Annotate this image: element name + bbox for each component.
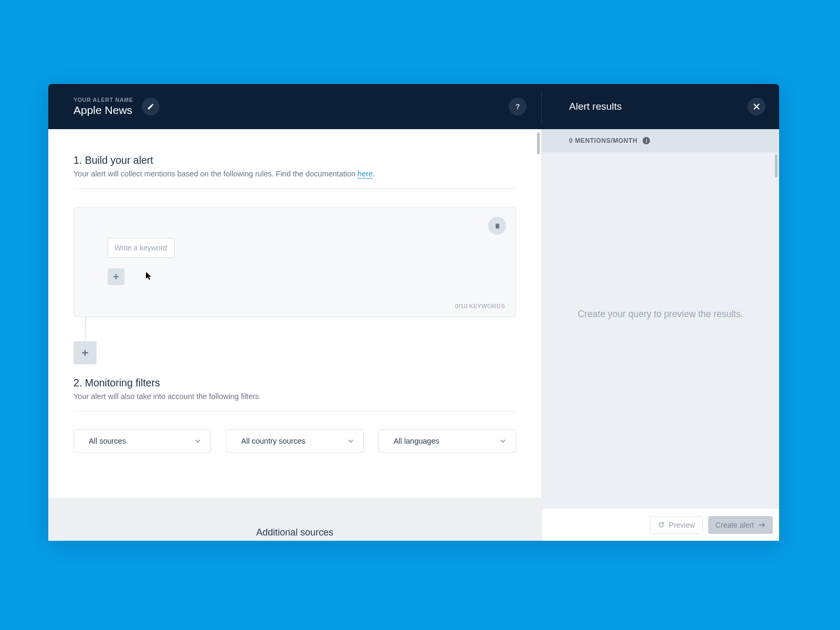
section2-subtitle: Your alert will also take into account t… [74, 392, 516, 401]
additional-sources-title: Additional sources [256, 527, 333, 538]
body: 1. Build your alert Your alert will coll… [48, 129, 779, 541]
chevron-down-icon [500, 438, 506, 444]
section1-divider [74, 188, 516, 189]
main-column: 1. Build your alert Your alert will coll… [48, 129, 541, 541]
main-scrollbar[interactable] [537, 132, 540, 154]
preview-button[interactable]: Preview [650, 516, 703, 534]
chevron-down-icon [195, 438, 201, 444]
keyword-input[interactable] [108, 238, 175, 258]
trash-icon [494, 222, 501, 229]
create-alert-button[interactable]: Create alert [708, 516, 773, 534]
countries-select-label: All country sources [241, 437, 306, 445]
languages-select-label: All languages [394, 437, 439, 445]
section1-subtitle-pre: Your alert will collect mentions based o… [74, 170, 358, 178]
main-scroll: 1. Build your alert Your alert will coll… [48, 129, 541, 453]
filters-row: All sources All country sources All lang… [74, 429, 516, 453]
documentation-link[interactable]: here [358, 170, 373, 178]
results-empty-text: Create your query to preview the results… [578, 307, 743, 321]
alert-name-block: YOUR ALERT NAME Apple News [74, 97, 133, 117]
countries-select[interactable]: All country sources [226, 429, 363, 453]
preview-button-label: Preview [669, 521, 695, 529]
arrow-right-icon [758, 522, 765, 528]
info-icon[interactable]: i [643, 137, 650, 144]
sources-select-label: All sources [89, 437, 126, 445]
alert-builder-window: YOUR ALERT NAME Apple News ? Alert resul… [48, 84, 779, 541]
results-scrollbar[interactable] [775, 154, 778, 177]
section2-title: 2. Monitoring filters [74, 377, 516, 389]
header-help: ? [509, 84, 541, 129]
delete-group-button[interactable] [488, 217, 506, 235]
mentions-count: 0 MENTIONS/MONTH [569, 137, 637, 144]
section1-subtitle: Your alert will collect mentions based o… [74, 170, 516, 178]
connector-line [85, 317, 86, 342]
alert-name-label: YOUR ALERT NAME [74, 97, 133, 103]
close-icon [753, 103, 760, 110]
results-body: Create your query to preview the results… [542, 152, 779, 508]
mentions-bar: 0 MENTIONS/MONTH i [542, 129, 779, 152]
alert-name-value: Apple News [74, 104, 133, 117]
header-right: Alert results [542, 84, 779, 129]
keyword-group-card: 0/10 KEYWORDS [74, 207, 516, 317]
refresh-icon [658, 521, 665, 528]
add-keyword-button[interactable] [108, 268, 124, 285]
section2: 2. Monitoring filters Your alert will al… [74, 377, 516, 453]
results-title: Alert results [569, 101, 622, 112]
close-button[interactable] [748, 98, 765, 116]
help-button[interactable]: ? [509, 98, 527, 116]
add-group-button[interactable] [74, 341, 97, 364]
chevron-down-icon [348, 438, 354, 444]
header-left: YOUR ALERT NAME Apple News [48, 84, 509, 129]
header: YOUR ALERT NAME Apple News ? Alert resul… [48, 84, 779, 129]
plus-icon [113, 274, 119, 280]
additional-sources-band: Additional sources [48, 498, 541, 541]
sources-select[interactable]: All sources [74, 429, 211, 453]
results-footer: Preview Create alert [542, 508, 779, 541]
section1-subtitle-post: . [373, 170, 375, 178]
results-column: 0 MENTIONS/MONTH i Create your query to … [541, 129, 779, 541]
pencil-icon [147, 103, 154, 110]
languages-select[interactable]: All languages [379, 429, 516, 453]
group-connector [74, 317, 516, 364]
plus-icon [81, 349, 89, 356]
keyword-count: 0/10 KEYWORDS [455, 303, 505, 309]
section2-divider [74, 411, 516, 412]
section1-title: 1. Build your alert [74, 154, 516, 166]
create-alert-button-label: Create alert [716, 521, 754, 529]
question-icon: ? [516, 102, 520, 111]
edit-alert-name-button[interactable] [142, 98, 160, 116]
